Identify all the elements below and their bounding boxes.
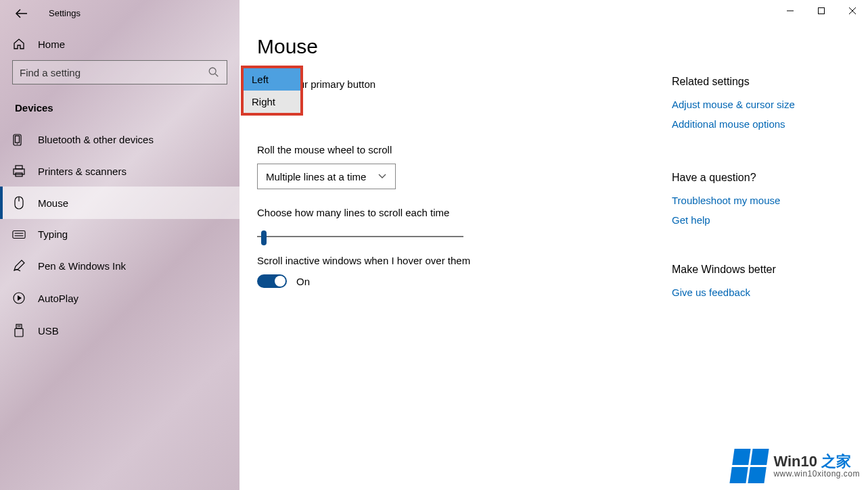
search-field[interactable]	[20, 67, 208, 78]
sidebar-item-label: Typing	[38, 228, 68, 240]
back-button[interactable]	[15, 9, 28, 18]
watermark-title-a: Win10	[773, 453, 817, 470]
chevron-down-icon	[378, 173, 387, 180]
svg-rect-21	[15, 328, 23, 337]
related-settings-heading: Related settings	[672, 76, 841, 88]
home-icon	[12, 37, 26, 51]
svg-line-6	[215, 74, 218, 76]
sidebar-item-typing[interactable]: Typing	[0, 219, 239, 249]
sidebar-item-autoplay[interactable]: AutoPlay	[0, 282, 239, 314]
question-heading: Have a question?	[672, 172, 841, 184]
scroll-mode-dropdown[interactable]: Multiple lines at a time	[257, 164, 396, 189]
home-label: Home	[38, 39, 65, 50]
sidebar: Settings Home Devices Bluetooth & other …	[0, 0, 239, 490]
primary-button-dropdown-open[interactable]: LeftRight	[241, 66, 303, 116]
svg-rect-8	[16, 136, 20, 143]
search-input[interactable]	[12, 60, 227, 84]
watermark-title-b: 之家	[821, 453, 851, 470]
sidebar-item-label: USB	[38, 325, 59, 337]
svg-rect-11	[16, 166, 22, 169]
sidebar-item-usb[interactable]: USB	[0, 314, 239, 347]
sidebar-item-label: Mouse	[38, 197, 68, 209]
windows-logo-icon	[730, 449, 769, 483]
scroll-lines-slider[interactable]	[257, 226, 463, 237]
link-adjust-mouse-cursor-size[interactable]: Adjust mouse & cursor size	[672, 99, 841, 110]
sidebar-item-label: Printers & scanners	[38, 166, 127, 177]
slider-thumb[interactable]	[261, 230, 267, 245]
watermark: Win10 之家 www.win10xitong.com	[732, 449, 860, 483]
inactive-scroll-toggle-text: On	[296, 276, 310, 287]
page-title: Mouse	[257, 35, 841, 58]
main-area: Mouse Select your primary button Roll th…	[239, 0, 868, 490]
sidebar-item-mouse[interactable]: Mouse	[0, 187, 239, 219]
mouse-icon	[12, 196, 26, 210]
primary-button-option-left[interactable]: Left	[244, 68, 300, 91]
sidebar-item-pen-windows-ink[interactable]: Pen & Windows Ink	[0, 249, 239, 282]
right-column: Related settings Adjust mouse & cursor s…	[672, 76, 841, 306]
home-button[interactable]: Home	[0, 25, 239, 60]
search-icon	[208, 66, 220, 78]
autoplay-icon	[12, 291, 26, 305]
sidebar-item-printers-scanners[interactable]: Printers & scanners	[0, 155, 239, 187]
sidebar-item-label: Bluetooth & other devices	[38, 134, 154, 145]
link-additional-mouse-options[interactable]: Additional mouse options	[672, 118, 841, 130]
inactive-scroll-toggle[interactable]	[257, 274, 287, 288]
svg-point-9	[17, 143, 18, 145]
sidebar-item-bluetooth-other-devices[interactable]: Bluetooth & other devices	[0, 123, 239, 155]
better-heading: Make Windows better	[672, 264, 841, 276]
category-label: Devices	[0, 97, 239, 123]
sidebar-item-label: Pen & Windows Ink	[38, 260, 126, 272]
link-get-help[interactable]: Get help	[672, 214, 841, 226]
app-title: Settings	[49, 8, 81, 18]
keyboard-icon	[12, 230, 26, 239]
sidebar-item-label: AutoPlay	[38, 293, 78, 304]
svg-marker-19	[18, 295, 22, 301]
svg-point-5	[209, 68, 216, 74]
watermark-url: www.win10xitong.com	[773, 470, 860, 479]
svg-rect-15	[13, 230, 25, 238]
bluetooth-icon	[12, 132, 26, 146]
svg-rect-22	[18, 326, 19, 327]
svg-rect-23	[20, 326, 21, 327]
primary-button-option-right[interactable]: Right	[244, 91, 300, 113]
usb-icon	[12, 324, 26, 337]
link-troubleshoot-my-mouse[interactable]: Troubleshoot my mouse	[672, 195, 841, 206]
svg-rect-20	[16, 324, 22, 328]
pen-icon	[12, 259, 26, 272]
scroll-mode-value: Multiple lines at a time	[266, 171, 366, 182]
nav-list: Bluetooth & other devicesPrinters & scan…	[0, 123, 239, 347]
printer-icon	[12, 165, 26, 177]
link-give-us-feedback[interactable]: Give us feedback	[672, 287, 841, 298]
